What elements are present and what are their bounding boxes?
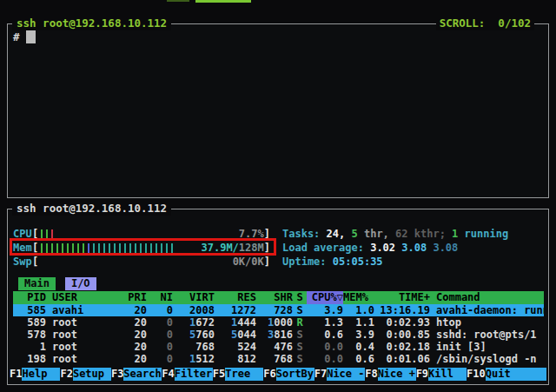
header-pri[interactable]: PRI [121, 291, 147, 304]
tab-io[interactable]: I/O [65, 277, 96, 290]
fn-key-label: F9 [416, 368, 428, 381]
header-ni[interactable]: NI [147, 291, 173, 304]
fn-help-button[interactable]: F1Help [10, 368, 60, 381]
fn-setup-button[interactable]: F2Setup [60, 368, 110, 381]
meter-bar-tick [62, 243, 63, 253]
load-average-line: Load average: 3.02 3.08 3.08 [282, 241, 508, 255]
sort-descending-icon: ▽ [337, 291, 343, 303]
fn-key-label: F2 [60, 368, 72, 381]
terminal-input-area[interactable]: # [8, 24, 548, 197]
bracket-close: ] [264, 255, 270, 269]
fn-sortby-button[interactable]: F6SortBy [263, 368, 314, 381]
cell-res: 1444 [215, 316, 256, 329]
cell-shr-val: 728 [274, 304, 293, 316]
tmux-pane-bottom: ssh root@192.168.10.112 CPU [ 7.7% ] Mem [7, 209, 549, 385]
load-label: Load average: [282, 242, 370, 254]
tab-main[interactable]: Main [18, 277, 56, 290]
cell-ni: 0 [147, 304, 173, 316]
cell-virt: 5760 [173, 329, 215, 341]
cpu-meter-label: CPU [13, 227, 32, 241]
meter-bar-tick [51, 229, 53, 239]
header-state[interactable]: S [293, 291, 307, 304]
threads-count: 5 [351, 228, 363, 240]
header-virt[interactable]: VIRT [173, 291, 215, 304]
fn-filter-button[interactable]: F4Filter [162, 368, 212, 381]
bracket-open: [ [32, 255, 38, 269]
tmux-pane-top: ssh root@192.168.10.112 SCROLL: 0/102 # [7, 23, 549, 198]
meter-bar-tick [51, 243, 53, 253]
fn-key-label: F6 [263, 368, 275, 381]
process-row[interactable]: 1root200768524476S0.00.40:02.18init [3] [13, 341, 544, 353]
cell-mem-percent: 1.1 [343, 316, 374, 329]
cell-res-val: 444 [237, 316, 256, 329]
screen-artifact-dim [167, 0, 189, 2]
meter-bar-tick [98, 243, 100, 253]
cell-res: 524 [215, 341, 256, 353]
process-row[interactable]: 589root200167214441000R1.31.10:02.93htop [13, 316, 544, 329]
fn-action-label: Quit [486, 368, 546, 381]
header-command[interactable]: Command [430, 291, 544, 304]
terminal-screen: ssh root@192.168.10.112 SCROLL: 0/102 # … [0, 0, 556, 392]
cell-pri: 20 [121, 353, 147, 365]
cell-state: S [293, 353, 307, 365]
header-mem[interactable]: MEM% [343, 291, 374, 304]
fn-quit-button[interactable]: F10Quit [467, 368, 546, 381]
fn-key-label: F3 [111, 368, 123, 381]
header-user[interactable]: USER [46, 291, 121, 304]
uptime-line: Uptime: 05:05:35 [282, 255, 508, 269]
meter-bar-tick [93, 243, 95, 253]
fn-action-label: Tree [225, 368, 263, 381]
header-pid[interactable]: PID [13, 291, 46, 304]
fn-nice--button[interactable]: F8Nice + [365, 368, 415, 381]
meter-bar-tick [161, 243, 162, 253]
fn-key-label: F10 [467, 368, 486, 381]
fn-key-label: F1 [10, 368, 22, 381]
cell-user: root [46, 329, 121, 341]
cpu-meter-value: 7.7% [239, 227, 264, 241]
meter-bar-tick [156, 243, 157, 253]
fn-search-button[interactable]: F3Search [111, 368, 162, 381]
shell-prompt: # [13, 30, 20, 43]
meter-bar-tick [56, 243, 58, 253]
running-label: running [465, 228, 509, 240]
header-res[interactable]: RES [215, 291, 256, 304]
cell-pri: 20 [121, 329, 147, 341]
fn-kill-button[interactable]: F9Kill [416, 368, 467, 381]
process-row[interactable]: 585avahi20020081272728S3.91.013:16.19ava… [13, 304, 544, 316]
cell-virt-val: 768 [195, 341, 215, 353]
bracket-close: ] [264, 227, 270, 241]
meter-bar-tick [135, 243, 136, 253]
meter-bar-tick [145, 243, 147, 253]
cell-mem-percent: 3.9 [343, 329, 374, 341]
cell-user: avahi [46, 304, 121, 316]
swap-meter-bar: 0K/0K [38, 255, 264, 269]
header-cpu-sort[interactable]: CPU%▽ [307, 291, 343, 304]
mem-meter-bar: 37.9M/128M [38, 241, 264, 255]
meter-bar-tick [171, 243, 173, 253]
process-table-body: 585avahi20020081272728S3.91.013:16.19ava… [13, 304, 544, 365]
mem-meter-value: 37.9M/128M [202, 241, 264, 255]
cell-command: /sbin/syslogd -n [430, 353, 544, 365]
fn-action-label: Nice + [378, 368, 416, 381]
screen-artifact-green [195, 0, 251, 3]
meter-bar-tick [109, 243, 110, 253]
header-time[interactable]: TIME+ [374, 291, 430, 304]
cell-pid: 198 [13, 353, 46, 365]
cell-virt-val: 760 [195, 329, 215, 341]
cell-mem-percent: 1.0 [343, 304, 374, 316]
load-15min: 3.08 [433, 242, 458, 254]
meter-bar-tick [103, 243, 105, 253]
fn-nice--button[interactable]: F7Nice - [314, 368, 365, 381]
cell-shr-val: 816 [274, 329, 293, 341]
cell-virt: 2008 [173, 304, 215, 316]
cell-virt: 768 [173, 341, 215, 353]
mem-total-value: 128M [239, 242, 264, 254]
header-shr[interactable]: SHR [256, 291, 293, 304]
cell-pid: 578 [13, 329, 46, 341]
process-row[interactable]: 198root2001512812768S0.00.60:01.06/sbin/… [13, 353, 544, 365]
cell-time: 13:16.19 [374, 304, 430, 316]
meters-column: CPU [ 7.7% ] Mem [ 37.9M/128M [13, 227, 270, 269]
process-row[interactable]: 578root200576050443816S0.63.90:00.85sshd… [13, 329, 544, 341]
fn-tree-button[interactable]: F5Tree [213, 368, 263, 381]
meter-bar-tick [41, 243, 43, 253]
